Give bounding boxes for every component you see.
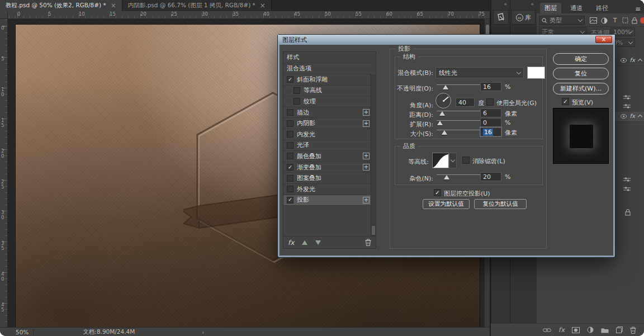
- noise-slider[interactable]: [437, 173, 480, 179]
- ruler-top[interactable]: 051015202530354045505560657075: [8, 11, 490, 19]
- style-item-checkbox[interactable]: [287, 153, 293, 159]
- filter-smartobject-icon[interactable]: [630, 16, 639, 25]
- size-slider-thumb[interactable]: [442, 130, 447, 135]
- add-effect-button[interactable]: +: [363, 109, 370, 116]
- style-item[interactable]: ✓渐变叠加+: [283, 162, 371, 173]
- adjustment-icon[interactable]: [587, 326, 594, 333]
- style-item[interactable]: ✓投影+: [283, 195, 371, 206]
- filter-on-indicator[interactable]: [640, 17, 644, 23]
- distance-slider-thumb[interactable]: [439, 111, 445, 116]
- filter-shape-icon[interactable]: [621, 16, 629, 25]
- style-item-checkbox[interactable]: [287, 109, 293, 116]
- style-item-checkbox[interactable]: [287, 142, 293, 149]
- properties-panel-icon[interactable]: [493, 10, 509, 25]
- filter-type-icon[interactable]: T: [610, 16, 619, 25]
- size-slider[interactable]: [437, 128, 480, 135]
- style-item-checkbox[interactable]: [287, 120, 293, 127]
- size-field[interactable]: 16: [480, 127, 501, 136]
- add-effect-button[interactable]: +: [363, 197, 370, 204]
- eye-icon[interactable]: [621, 114, 627, 119]
- tab-paths[interactable]: 路径: [591, 3, 613, 13]
- styles-header-item[interactable]: 样式: [283, 52, 371, 63]
- preview-checkbox[interactable]: ✓: [562, 98, 569, 105]
- add-effect-button[interactable]: +: [363, 120, 370, 127]
- style-item-checkbox[interactable]: [293, 87, 300, 94]
- background-lock-icon[interactable]: [625, 209, 631, 216]
- ruler-left[interactable]: 051 01 52 02 53 03 54 04 5: [0, 19, 8, 327]
- style-item[interactable]: 外发光: [283, 184, 371, 195]
- spread-slider-thumb[interactable]: [437, 121, 443, 125]
- tab-channels[interactable]: 通道: [566, 3, 587, 13]
- style-item[interactable]: 描边+: [283, 107, 371, 119]
- document-tab-inactive[interactable]: 内阴影.psd @ 66.7% (图层 1 拷贝, RGB/8#) * ×: [122, 0, 272, 11]
- fx-icon[interactable]: fx: [288, 239, 294, 247]
- reset-default-button[interactable]: 复位为默认值: [474, 199, 527, 209]
- style-item[interactable]: 内阴影+: [283, 118, 371, 129]
- dialog-close-button[interactable]: ×: [595, 36, 612, 43]
- chevron-up-icon[interactable]: [638, 115, 642, 119]
- styles-list-scroll-thumb[interactable]: [372, 226, 375, 235]
- tab-close-icon[interactable]: ×: [260, 2, 266, 9]
- styles-list-scrollbar[interactable]: [371, 74, 376, 236]
- contour-dropdown-arrow[interactable]: [449, 153, 457, 168]
- distance-field[interactable]: 6: [480, 108, 501, 117]
- dialog-titlebar[interactable]: 图层样式 ×: [278, 35, 615, 45]
- document-tab-active[interactable]: 教程.psd @ 50% (效果2, RGB/8#) * ×: [0, 0, 122, 11]
- angle-dial[interactable]: [435, 93, 451, 108]
- opacity-slider[interactable]: [437, 83, 480, 89]
- zoom-level[interactable]: 50%: [16, 329, 29, 335]
- libraries-panel-button[interactable]: cc 库: [512, 10, 536, 25]
- chevron-up-icon[interactable]: [638, 59, 642, 63]
- style-item[interactable]: 内发光: [283, 129, 371, 140]
- effect-item-icon[interactable]: [623, 95, 631, 100]
- style-item-checkbox[interactable]: ✓: [287, 164, 293, 171]
- style-item[interactable]: 颜色叠加+: [283, 151, 371, 162]
- angle-field[interactable]: 40: [456, 98, 475, 107]
- filter-adjustment-icon[interactable]: [600, 16, 609, 25]
- tab-layers[interactable]: 图层: [540, 3, 561, 13]
- distance-slider[interactable]: [437, 109, 480, 116]
- effect-item-icon[interactable]: [623, 177, 631, 182]
- shadow-color-swatch[interactable]: [527, 67, 545, 79]
- style-item[interactable]: 纹理: [283, 96, 371, 107]
- tab-close-icon[interactable]: ×: [111, 2, 116, 9]
- delete-effect-icon[interactable]: [365, 239, 371, 246]
- opacity-field[interactable]: 16: [480, 82, 501, 91]
- blend-mode-select[interactable]: 线性光: [435, 67, 524, 78]
- move-effect-down-icon[interactable]: [315, 240, 321, 245]
- spread-field[interactable]: 0: [480, 118, 501, 127]
- style-item-checkbox[interactable]: [293, 98, 300, 105]
- style-item-checkbox[interactable]: [287, 175, 293, 182]
- style-item-checkbox[interactable]: ✓: [287, 76, 293, 83]
- style-item-checkbox[interactable]: ✓: [287, 197, 293, 204]
- add-effect-button[interactable]: +: [363, 153, 370, 159]
- add-mask-icon[interactable]: [572, 327, 580, 333]
- opacity-slider-thumb[interactable]: [443, 85, 448, 89]
- global-light-checkbox[interactable]: [486, 98, 494, 106]
- style-item[interactable]: ✓斜面和浮雕: [283, 74, 371, 86]
- filter-kind-dropdown[interactable]: 类型: [539, 16, 585, 25]
- new-style-button[interactable]: 新建样式(W)...: [553, 83, 609, 94]
- knockout-checkbox[interactable]: ✓: [434, 189, 441, 196]
- filter-pixel-icon[interactable]: [589, 16, 598, 25]
- new-layer-icon[interactable]: [616, 326, 623, 333]
- contour-thumbnail[interactable]: [432, 153, 449, 168]
- noise-field[interactable]: 20: [480, 172, 501, 181]
- collapse-panel-icon[interactable]: «: [531, 1, 534, 7]
- antialias-checkbox[interactable]: [462, 157, 470, 164]
- spread-slider[interactable]: [437, 119, 480, 125]
- collapse-panel-icon[interactable]: «: [504, 1, 508, 7]
- link-icon[interactable]: [543, 328, 551, 333]
- add-effect-button[interactable]: +: [363, 164, 370, 171]
- ok-button[interactable]: 确定: [553, 53, 609, 65]
- effect-item-icon[interactable]: [623, 104, 631, 108]
- panel-menu-icon[interactable]: ≡: [635, 5, 641, 13]
- style-item[interactable]: 光泽: [283, 140, 371, 152]
- style-item[interactable]: 图案叠加: [283, 173, 371, 184]
- delete-icon[interactable]: [630, 326, 636, 334]
- noise-slider-thumb[interactable]: [444, 175, 449, 179]
- status-expand-arrow[interactable]: ›: [202, 329, 204, 335]
- group-icon[interactable]: [601, 327, 609, 333]
- effect-item-icon[interactable]: [623, 187, 631, 191]
- blending-options-item[interactable]: 混合选项: [283, 63, 371, 74]
